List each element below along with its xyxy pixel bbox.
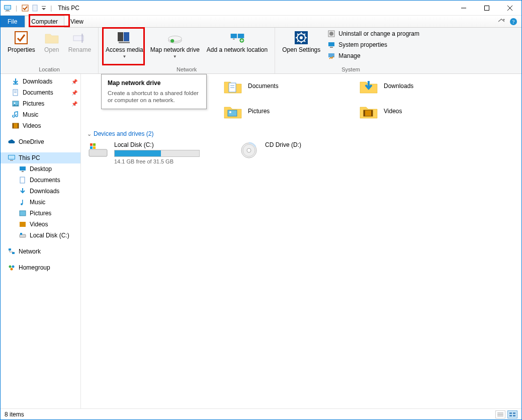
tooltip-title: Map network drive (108, 79, 200, 87)
drive-free-text: 14.1 GB free of 31.5 GB (114, 158, 218, 164)
nav-this-pc[interactable]: This PC (1, 152, 80, 163)
svg-rect-64 (9, 248, 11, 250)
nav-label: Documents (23, 89, 53, 96)
desktop-icon (19, 165, 27, 173)
folder-label: Documents (248, 82, 279, 90)
svg-rect-60 (20, 211, 26, 216)
uninstall-label: Uninstall or change a program (338, 30, 419, 37)
chevron-down-icon: ▼ (173, 53, 177, 60)
pin-icon: 📌 (71, 90, 77, 96)
nav-videos-pc[interactable]: Videos (1, 219, 80, 230)
nav-documents-pc[interactable]: Documents (1, 175, 80, 186)
nav-pictures-pc[interactable]: Pictures (1, 208, 80, 219)
add-network-location-button[interactable]: Add a network location (204, 29, 271, 54)
nav-label: Music (30, 199, 45, 206)
properties-label: Properties (8, 47, 35, 53)
svg-point-39 (329, 32, 333, 36)
minimize-ribbon-icon[interactable] (497, 18, 505, 26)
separator: | (16, 5, 17, 12)
nav-documents[interactable]: Documents 📌 (1, 87, 80, 98)
svg-rect-90 (513, 412, 515, 414)
svg-text:?: ? (512, 19, 515, 25)
nav-label: Videos (23, 122, 41, 129)
window-controls (452, 1, 521, 16)
minimize-button[interactable] (452, 1, 475, 16)
group-title-location: Location (39, 65, 60, 73)
nav-music-pc[interactable]: Music (1, 197, 80, 208)
nav-label: Documents (30, 177, 60, 184)
folder-label: Downloads (384, 82, 413, 90)
view-large-icons-button[interactable] (507, 410, 517, 418)
nav-network[interactable]: Network (1, 246, 80, 257)
add-network-location-label: Add a network location (207, 47, 268, 53)
nav-desktop[interactable]: Desktop (1, 163, 80, 175)
svg-rect-17 (119, 42, 130, 43)
quick-access-toolbar: | | (4, 4, 54, 12)
nav-onedrive[interactable]: OneDrive (1, 136, 80, 147)
folder-videos[interactable]: Videos (359, 101, 474, 121)
nav-homegroup[interactable]: Homegroup (1, 262, 80, 273)
ribbon-tabs: File Computer View ? (1, 16, 521, 28)
svg-point-73 (229, 111, 231, 113)
properties-button[interactable]: Properties (5, 29, 38, 54)
section-devices-header[interactable]: ⌄ Devices and drives (2) (87, 126, 515, 140)
folder-downloads[interactable]: Downloads (359, 76, 474, 96)
access-media-icon (116, 30, 132, 46)
view-details-button[interactable] (495, 410, 505, 418)
new-item-qat-icon[interactable] (31, 4, 39, 12)
homegroup-icon (8, 264, 16, 272)
manage-button[interactable]: Manage (324, 51, 422, 61)
nav-label: This PC (19, 154, 40, 161)
tab-view[interactable]: View (64, 16, 90, 27)
tab-computer[interactable]: Computer (25, 16, 64, 28)
videos-folder-icon (359, 101, 379, 121)
folder-pictures[interactable]: Pictures (223, 101, 338, 121)
drive-local-c[interactable]: Local Disk (C:) 14.1 GB free of 31.5 GB (87, 140, 218, 164)
cd-drive-icon (238, 140, 260, 160)
svg-point-66 (9, 266, 12, 268)
svg-rect-89 (509, 412, 512, 414)
map-network-drive-button[interactable]: Map network drive ▼ (147, 29, 203, 61)
svg-rect-40 (328, 42, 334, 46)
manage-icon (327, 52, 335, 60)
qat-dropdown-icon[interactable] (41, 4, 46, 12)
nav-downloads[interactable]: Downloads 📌 (1, 76, 80, 87)
system-properties-button[interactable]: System properties (324, 40, 422, 50)
open-button: Open (39, 29, 64, 54)
rename-icon (71, 30, 88, 46)
uninstall-program-button[interactable]: Uninstall or change a program (324, 29, 422, 39)
help-icon[interactable]: ? (509, 18, 517, 26)
svg-rect-63 (20, 233, 22, 235)
drive-cd-d[interactable]: CD Drive (D:) (238, 140, 369, 164)
nav-local-disk[interactable]: Local Disk (C:) (1, 230, 80, 241)
uninstall-icon (327, 30, 335, 38)
nav-label: Homegroup (19, 264, 50, 271)
tab-file[interactable]: File (1, 16, 25, 27)
navigation-pane[interactable]: Downloads 📌 Documents 📌 Pictures 📌 Music… (1, 74, 81, 408)
nav-downloads-pc[interactable]: Downloads (1, 186, 80, 197)
maximize-button[interactable] (475, 1, 498, 16)
svg-rect-59 (22, 200, 23, 204)
nav-label: Desktop (30, 165, 52, 173)
nav-label: Downloads (30, 188, 59, 195)
open-settings-button[interactable]: Open Settings (279, 29, 323, 54)
close-button[interactable] (498, 1, 521, 16)
svg-rect-43 (13, 83, 18, 85)
downloads-folder-icon (359, 76, 379, 96)
svg-rect-3 (5, 11, 10, 11)
nav-pictures[interactable]: Pictures 📌 (1, 98, 80, 109)
content-pane[interactable]: Documents Downloads Pictures (81, 74, 521, 408)
manage-label: Manage (338, 52, 360, 59)
nav-music[interactable]: Music (1, 109, 80, 120)
svg-rect-55 (20, 166, 26, 171)
documents-icon (19, 176, 27, 184)
svg-rect-91 (509, 415, 512, 416)
folder-documents[interactable]: Documents (223, 76, 338, 96)
nav-videos[interactable]: Videos (1, 120, 80, 131)
svg-rect-1 (5, 6, 11, 9)
properties-qat-icon[interactable] (21, 4, 29, 12)
system-properties-icon (327, 41, 335, 49)
svg-rect-8 (485, 6, 489, 10)
documents-icon (12, 89, 20, 97)
access-media-button[interactable]: Access media ▼ (103, 29, 146, 61)
